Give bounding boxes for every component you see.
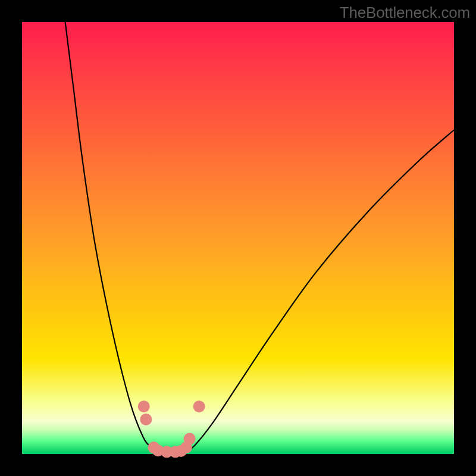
curve-markers	[138, 400, 205, 458]
curve-marker	[193, 400, 205, 412]
curve-line	[65, 22, 454, 452]
plot-area	[22, 22, 454, 454]
curve-marker	[184, 433, 196, 445]
watermark-text: TheBottleneck.com	[340, 4, 470, 22]
curve-marker	[138, 400, 150, 412]
curve-marker	[140, 414, 152, 425]
bottleneck-curve	[22, 22, 454, 454]
chart-frame: TheBottleneck.com	[0, 0, 476, 476]
